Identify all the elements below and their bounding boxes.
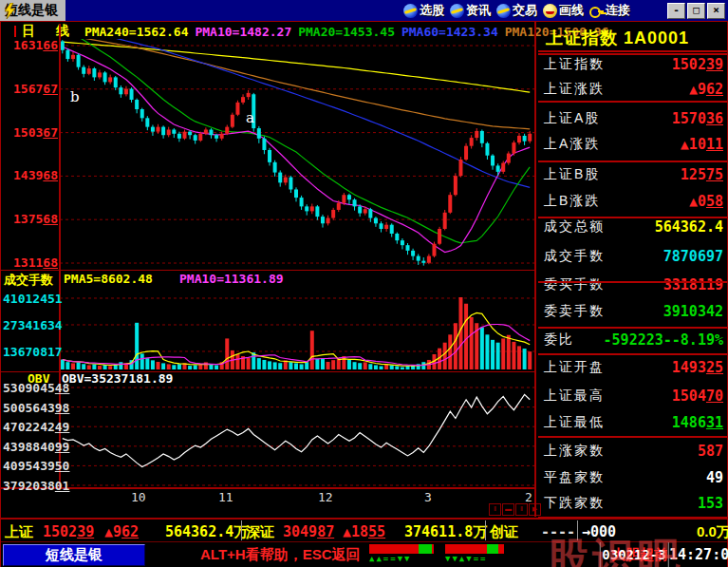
- quote-panel: 上证指数 1A0001 上证指数150239上证涨跌▲962上证A股157036…: [534, 22, 728, 517]
- draw-line-button[interactable]: 画线: [543, 1, 584, 20]
- draw-line-label: 画线: [559, 2, 584, 19]
- news-button[interactable]: 资讯: [450, 1, 491, 20]
- globe-stock-icon: [403, 4, 418, 18]
- quote-label: 上涨家数: [544, 443, 605, 460]
- panel-separator: [538, 327, 727, 329]
- obv-ytick: 409543950: [3, 460, 58, 472]
- panel-separator: [538, 53, 727, 55]
- quote-label: 委买手数: [544, 276, 605, 293]
- x-axis-label: 3: [424, 490, 432, 504]
- minimize-button[interactable]: -: [667, 3, 685, 19]
- obv-value-label: OBV=35237181.89: [62, 371, 173, 386]
- market-stat: 0.0万: [697, 523, 728, 541]
- market-stat: 304987: [283, 523, 334, 540]
- mini-tool-button[interactable]: ▬: [502, 503, 514, 516]
- volume-pane-title: 成交手数: [4, 272, 53, 289]
- candlestick-chart[interactable]: [60, 39, 534, 270]
- mini-tool-button[interactable]: ‖: [515, 503, 528, 516]
- stock-pick-button[interactable]: 选股: [403, 1, 444, 20]
- titlebar: 短线是银 选股 资讯 交易 画线 连接: [0, 0, 728, 21]
- indicator-triangles: ▼▼▲▼==: [445, 554, 504, 564]
- x-axis-label: 12: [318, 490, 333, 504]
- quote-row-17: 下跌家数153: [536, 495, 728, 516]
- quote-row-4: 上A涨跌▲1011: [536, 136, 728, 157]
- quote-value: 3910342: [663, 303, 723, 320]
- quote-label: 上证B股: [544, 166, 600, 183]
- connect-button[interactable]: 连接: [589, 1, 630, 20]
- quote-value: 150239: [672, 56, 723, 73]
- quote-row-7: 成交总额564362.4: [536, 218, 728, 239]
- obv-chart[interactable]: [60, 383, 534, 487]
- y-axis-line: [59, 24, 61, 487]
- quote-row-3: 上证A股157036: [536, 110, 728, 131]
- application-window: 短线是银 选股 资讯 交易 画线 连接: [0, 0, 728, 567]
- trade-label: 交易: [513, 2, 537, 19]
- window-controls: - □ ×: [665, 3, 725, 19]
- quote-panel-title: 上证指数 1A0001: [546, 27, 689, 49]
- quote-row-2: 上证涨跌▲962: [536, 81, 728, 102]
- panel-separator: [538, 217, 727, 218]
- draw-face-icon: [543, 4, 557, 18]
- indicator-group-2: ▼▼▲▼==: [445, 544, 504, 564]
- quote-row-6: 上B涨跌▲058: [536, 193, 728, 214]
- chart-type-icon[interactable]: [14, 26, 16, 37]
- x-axis-line: [1, 487, 534, 489]
- quote-row-11: 委比-592223--8.19%: [536, 331, 728, 352]
- quote-value: 587: [698, 443, 723, 460]
- indicator-bar: [445, 544, 504, 554]
- obv-ytick: 500564398: [3, 402, 58, 414]
- status-bar: 短线是银 ALT+H看帮助，ESC返回 大胆超前 ▲▲==▼▼ ▼▼▲▼== 0…: [1, 541, 727, 567]
- quote-row-8: 成交手数7870697: [536, 248, 728, 269]
- quote-label: 上A涨跌: [544, 136, 600, 153]
- maximize-button[interactable]: □: [687, 3, 705, 19]
- quote-label: 上证最低: [544, 414, 605, 431]
- volume-ytick: 13670817: [3, 346, 58, 358]
- quote-row-12: 上证开盘149325: [536, 359, 728, 380]
- titlebar-buttons: 选股 资讯 交易 画线 连接: [403, 0, 636, 21]
- market-stat: ▲1855: [343, 523, 385, 540]
- quote-value: 7870697: [663, 248, 723, 265]
- quote-row-13: 上证最高150470: [536, 387, 728, 408]
- quote-value: 153: [698, 495, 723, 512]
- market-stat: ----: [541, 523, 575, 540]
- panel-separator: [538, 353, 727, 355]
- close-button[interactable]: ×: [707, 3, 725, 19]
- market-stat: 150239: [43, 523, 94, 540]
- quote-label: 委比: [544, 331, 574, 349]
- quote-value: 150470: [672, 387, 723, 405]
- volume-ytick: 27341634: [3, 319, 58, 331]
- statusbar-separator: [485, 520, 486, 540]
- quote-label: 上证涨跌: [544, 81, 605, 98]
- price-ytick: 156767: [3, 83, 58, 95]
- volume-pma5-label: PMA5=8602.48: [64, 272, 153, 286]
- app-mode-button[interactable]: 短线是银: [3, 544, 145, 566]
- quote-label: 下跌家数: [544, 495, 605, 512]
- obv-ytick: 379203801: [3, 480, 58, 492]
- quote-row-1: 上证指数150239: [536, 56, 728, 77]
- statusbar-separator: [241, 520, 242, 540]
- quote-label: 上B涨跌: [544, 193, 600, 210]
- mini-tool-button[interactable]: ‖: [489, 503, 501, 516]
- quote-value: 149325: [672, 359, 723, 376]
- panel-separator: [538, 436, 727, 438]
- panel-separator: [538, 101, 727, 103]
- indicator-bar-green: [487, 544, 498, 554]
- market-summary-bar: 上证150239▲962564362.4万深证304987▲1855374611…: [1, 518, 727, 542]
- trade-button[interactable]: 交易: [496, 1, 537, 20]
- quote-value: 12575: [681, 166, 723, 183]
- pma10-label: PMA10=1482.27: [195, 25, 291, 39]
- quote-label: 上证A股: [544, 110, 600, 127]
- volume-chart[interactable]: [60, 286, 534, 371]
- quote-value: 148631: [672, 414, 723, 431]
- help-text: ALT+H看帮助，ESC返回: [200, 546, 360, 564]
- date-code: 030212-3: [599, 542, 667, 567]
- price-pane-header: 日 线 PMA240=1562.64 PMA10=1482.27 PMA20=1…: [1, 24, 534, 39]
- titlebar-left: 短线是银: [0, 0, 65, 21]
- stock-pick-label: 选股: [420, 2, 444, 19]
- obv-ytick: 470224249: [3, 421, 58, 433]
- key-icon: [589, 4, 604, 18]
- quote-label: 委卖手数: [544, 303, 605, 320]
- price-ytick: 163166: [3, 39, 58, 51]
- indicator-bar-green: [419, 544, 432, 554]
- quote-label: 上证开盘: [544, 359, 605, 376]
